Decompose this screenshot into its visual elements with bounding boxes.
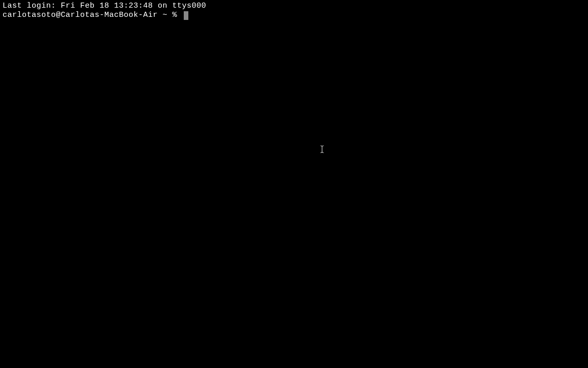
last-login-message: Last login: Fri Feb 18 13:23:48 on ttys0… [3,2,585,11]
shell-prompt-text: carlotasoto@Carlotas-MacBook-Air ~ % [3,11,182,20]
shell-prompt-line[interactable]: carlotasoto@Carlotas-MacBook-Air ~ % [3,11,585,20]
block-cursor-icon [184,11,188,20]
text-caret-icon [320,145,324,156]
